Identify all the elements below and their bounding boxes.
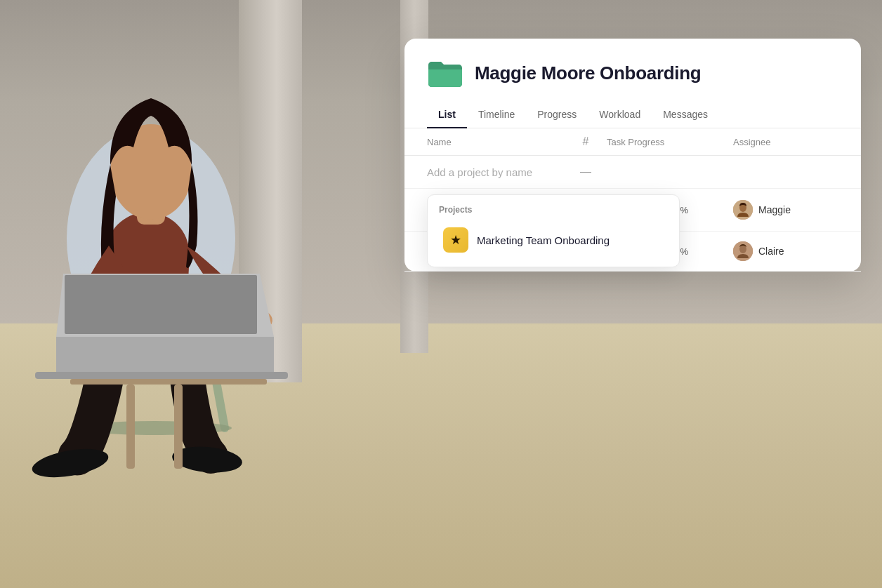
person-scene <box>0 35 393 582</box>
col-assignee: Assignee <box>733 137 838 147</box>
assignee-cell-1: Maggie <box>733 200 838 220</box>
tab-workload[interactable]: Workload <box>588 102 652 128</box>
assignee-name-2: Claire <box>758 246 784 257</box>
avatar-claire <box>733 241 753 261</box>
dropdown-section-label: Projects <box>428 195 679 220</box>
star-symbol: ★ <box>450 232 461 248</box>
hash-icon: # <box>565 135 607 148</box>
svg-rect-14 <box>126 385 135 469</box>
svg-rect-15 <box>174 385 183 469</box>
dropdown-item-label: Marketing Team Onboarding <box>477 234 610 246</box>
folder-icon <box>427 58 463 88</box>
assignee-cell-2: Claire <box>733 241 838 261</box>
project-dropdown: Projects ★ Marketing Team Onboarding <box>427 194 680 267</box>
main-card: Maggie Moore Onboarding List Timeline Pr… <box>404 39 861 272</box>
add-project-row: Add a project by name — Projects ★ Marke… <box>404 156 861 189</box>
svg-rect-13 <box>70 379 267 385</box>
tab-progress[interactable]: Progress <box>526 102 588 128</box>
dash-cell: — <box>565 166 607 178</box>
tab-messages[interactable]: Messages <box>652 102 719 128</box>
svg-rect-11 <box>65 275 257 334</box>
card-header: Maggie Moore Onboarding <box>404 39 861 102</box>
svg-rect-12 <box>35 372 288 379</box>
add-project-placeholder: Add a project by name <box>427 166 532 178</box>
avatar-maggie <box>733 200 753 220</box>
star-badge-icon: ★ <box>443 227 468 253</box>
table-header: Name # Task Progress Assignee <box>404 128 861 156</box>
tab-bar: List Timeline Progress Workload Messages <box>404 102 861 128</box>
col-task-progress: Task Progress <box>607 137 733 147</box>
dropdown-item-marketing[interactable]: ★ Marketing Team Onboarding <box>432 220 675 262</box>
add-project-input[interactable]: Add a project by name <box>427 166 565 178</box>
col-name: Name <box>427 137 565 147</box>
tab-list[interactable]: List <box>427 102 467 128</box>
assignee-name-1: Maggie <box>758 204 791 215</box>
card-title: Maggie Moore Onboarding <box>475 62 701 84</box>
tab-timeline[interactable]: Timeline <box>467 102 526 128</box>
